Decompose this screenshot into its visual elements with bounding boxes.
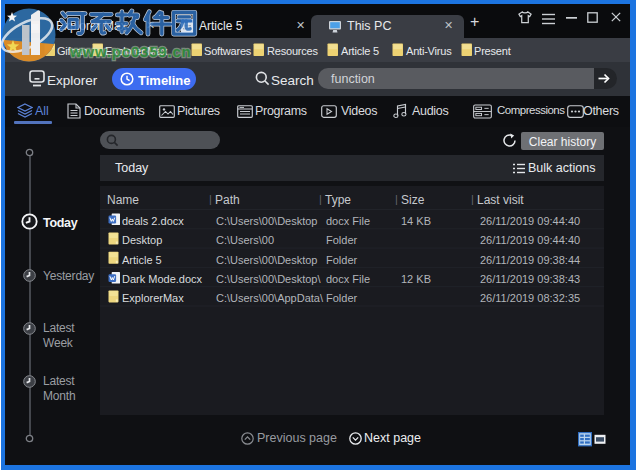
- svg-text:www.pc0359.cn: www.pc0359.cn: [69, 43, 192, 60]
